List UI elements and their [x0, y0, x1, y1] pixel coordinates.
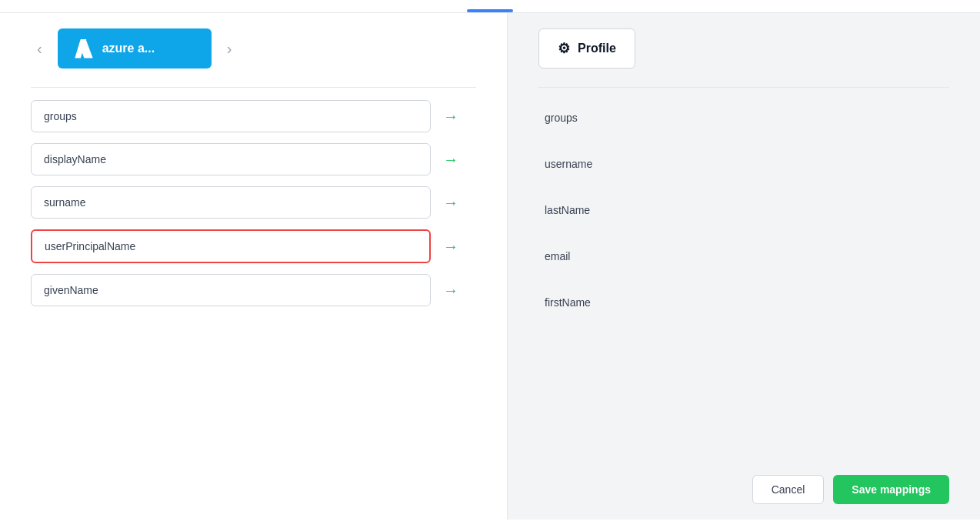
prev-arrow-button[interactable]: ‹ — [31, 37, 48, 61]
input-displayName[interactable] — [31, 143, 431, 175]
azure-badge: azure a... — [58, 28, 212, 69]
profile-label: Profile — [578, 42, 616, 55]
target-label-lastName: lastName — [545, 204, 590, 216]
arrow-icon-displayName: → — [443, 151, 458, 169]
azure-badge-label: azure a... — [102, 42, 155, 55]
arrow-icon-givenName: → — [443, 282, 458, 299]
right-panel: ⚙ Profile groups username lastName email… — [508, 13, 980, 520]
next-arrow-button[interactable]: › — [221, 37, 238, 61]
target-label-firstName: firstName — [545, 296, 591, 309]
main-layout: ‹ azure a... › → → — [0, 13, 980, 520]
field-row-displayName: → — [31, 143, 476, 175]
target-row-lastName: lastName — [538, 192, 949, 228]
arrow-icon-userPrincipalName: → — [443, 238, 458, 256]
input-givenName[interactable] — [31, 274, 431, 306]
target-label-username: username — [545, 158, 592, 170]
left-panel: ‹ azure a... › → → — [0, 13, 508, 520]
field-row-surname: → — [31, 186, 476, 219]
gear-icon: ⚙ — [558, 40, 570, 57]
profile-divider — [538, 87, 949, 88]
input-surname[interactable] — [31, 186, 431, 219]
field-row-userPrincipalName: → — [31, 229, 476, 263]
target-row-firstName: firstName — [538, 285, 949, 320]
input-groups[interactable] — [31, 100, 431, 132]
step-indicator — [467, 9, 513, 12]
bottom-actions: Cancel Save mappings — [538, 459, 949, 504]
field-row-givenName: → — [31, 274, 476, 306]
source-header: ‹ azure a... › — [31, 28, 476, 69]
profile-button[interactable]: ⚙ Profile — [538, 28, 635, 69]
chevron-right-icon: › — [227, 40, 232, 58]
target-label-email: email — [545, 250, 570, 262]
input-userPrincipalName[interactable] — [31, 229, 431, 263]
field-row-groups: → — [31, 100, 476, 132]
cancel-button[interactable]: Cancel — [752, 475, 825, 504]
left-divider — [31, 87, 476, 88]
save-mappings-button[interactable]: Save mappings — [833, 475, 949, 504]
target-row-groups: groups — [538, 100, 949, 135]
target-label-groups: groups — [545, 112, 578, 124]
azure-logo-icon — [73, 38, 95, 59]
target-row-username: username — [538, 146, 949, 182]
top-bar — [0, 0, 980, 13]
arrow-icon-groups: → — [443, 108, 458, 125]
arrow-icon-surname: → — [443, 194, 458, 212]
chevron-left-icon: ‹ — [37, 40, 42, 58]
target-row-email: email — [538, 239, 949, 274]
